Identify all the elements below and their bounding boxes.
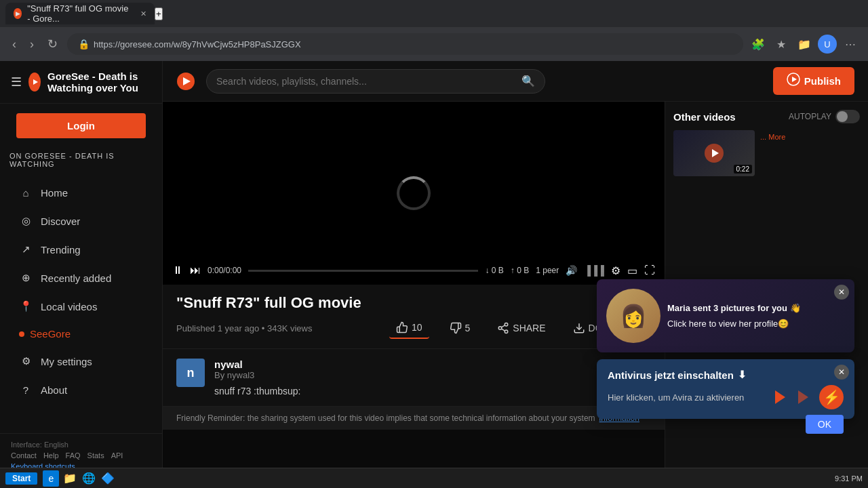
logo-text: GoreSee - Death is Watching over You xyxy=(47,70,151,94)
tab-close-icon[interactable]: ✕ xyxy=(140,9,146,18)
video-title: "Snuff R73" full OG movie xyxy=(176,294,651,312)
browser-nav-icons: 🧩 ★ 📁 U ⋯ xyxy=(749,35,860,54)
video-controls: ⏸ ⏭ 0:00/0:00 ↓ 0 B ↑ 0 B 1 peer 🔊 ▐▐▐ ⚙… xyxy=(163,256,665,285)
dot-separator: • xyxy=(262,323,265,333)
back-button[interactable]: ‹ xyxy=(8,35,20,54)
author-name[interactable]: nywal xyxy=(214,359,651,370)
sidebar-item-local-videos[interactable]: 📍 Local videos xyxy=(5,293,157,320)
discover-icon: ◎ xyxy=(19,214,33,228)
logo-icon xyxy=(28,73,41,92)
pause-button[interactable]: ⏸ xyxy=(172,264,183,277)
taskbar: Start e 📁 🌐 🔷 9:31 PM xyxy=(0,468,868,488)
sidebar-item-discover[interactable]: ◎ Discover xyxy=(5,207,157,235)
forward-button[interactable]: › xyxy=(26,35,38,54)
progress-bar[interactable] xyxy=(248,270,478,272)
share-button[interactable]: SHARE xyxy=(490,318,552,338)
address-bar[interactable]: 🔒 https://goresee.com/w/8y7hVwCjw5zHP8Pa… xyxy=(67,33,743,55)
popup-close-1[interactable]: ✕ xyxy=(834,285,849,300)
svg-point-7 xyxy=(499,327,502,330)
popup-ok-button[interactable]: OK xyxy=(806,415,844,434)
popup-ad-1[interactable]: 👩 Maria sent 3 pictures for you 👋 Click … xyxy=(597,279,854,352)
settings-icon: ⚙ xyxy=(19,354,33,368)
fullscreen-button[interactable]: ⛶ xyxy=(644,264,655,277)
author-handle: By nywal3 xyxy=(214,370,651,380)
popup-subtitle-1: Click here to view her profile😊 xyxy=(667,317,845,331)
sidebar-header: ☰ GoreSee - Death is Watching over You xyxy=(0,61,162,104)
start-button[interactable]: Start xyxy=(5,472,37,485)
sidebar-item-settings[interactable]: ⚙ My settings xyxy=(5,348,157,375)
popup-2-title-text: Antivirus jetzt einschalten xyxy=(608,369,734,381)
popup-ad-2[interactable]: ✕ Antivirus jetzt einschalten ⬇ Hier kli… xyxy=(597,359,854,419)
browser-nav: ‹ › ↻ 🔒 https://goresee.com/w/8y7hVwCjw5… xyxy=(0,27,868,61)
reminder-bar: Friendly Reminder: the sharing system us… xyxy=(163,406,665,430)
taskbar-edge-icon[interactable]: 🔷 xyxy=(100,470,116,487)
sidebar: ☰ GoreSee - Death is Watching over You L… xyxy=(0,61,163,488)
more-options-icon[interactable]: ⋯ xyxy=(841,35,860,54)
login-button[interactable]: Login xyxy=(16,113,146,138)
svg-point-6 xyxy=(505,323,509,327)
sidebar-item-about[interactable]: ? About xyxy=(5,376,157,403)
autoplay-container: AUTOPLAY xyxy=(789,110,860,123)
popup-text-1: Maria sent 3 pictures for you 👋 Click he… xyxy=(667,302,845,331)
local-videos-icon: 📍 xyxy=(19,300,33,313)
publish-button[interactable]: Publish xyxy=(773,67,854,95)
autoplay-toggle[interactable] xyxy=(835,110,860,123)
thumb-more[interactable]: ... More xyxy=(760,133,785,141)
video-player[interactable]: ⏸ ⏭ 0:00/0:00 ↓ 0 B ↑ 0 B 1 peer 🔊 ▐▐▐ ⚙… xyxy=(163,102,665,285)
footer-help[interactable]: Help xyxy=(43,451,59,460)
chrome-icon: 🌐 xyxy=(82,472,96,485)
edge-icon: 🔷 xyxy=(101,472,115,485)
hamburger-icon[interactable]: ☰ xyxy=(11,75,22,89)
search-input[interactable] xyxy=(216,76,521,87)
loading-spinner xyxy=(397,176,431,210)
sidebar-item-recently-added-label: Recently added xyxy=(41,272,111,284)
sidebar-item-trending[interactable]: ↗ Trending xyxy=(5,236,157,263)
sidebar-item-about-label: About xyxy=(41,384,67,396)
sidebar-item-home[interactable]: ⌂ Home xyxy=(5,179,157,206)
like-button[interactable]: 10 xyxy=(389,317,429,339)
thumbnail-item[interactable]: 0:22 ... More xyxy=(673,130,860,176)
autoplay-label: AUTOPLAY xyxy=(789,112,831,121)
favorites-icon[interactable]: ★ xyxy=(772,35,791,54)
extensions-icon[interactable]: 🧩 xyxy=(749,35,768,54)
tab-favicon: ▶ xyxy=(14,8,22,19)
sidebar-item-discover-label: Discover xyxy=(41,216,80,227)
next-button[interactable]: ⏭ xyxy=(190,264,201,277)
sidebar-nav: ⌂ Home ◎ Discover ↗ Trending ⊕ Recently … xyxy=(0,172,162,433)
taskbar-folder-icon[interactable]: 📁 xyxy=(62,470,78,487)
video-info: "Snuff R73" full OG movie Published 1 ye… xyxy=(163,285,665,349)
taskbar-ie-icon[interactable]: e xyxy=(43,470,59,487)
footer-stats[interactable]: Stats xyxy=(87,451,104,460)
profile-avatar[interactable]: U xyxy=(818,35,837,54)
video-meta-left: Published 1 year ago • 343K views xyxy=(176,323,312,333)
settings-button[interactable]: ⚙ xyxy=(611,264,620,277)
video-meta: Published 1 year ago • 343K views 10 xyxy=(176,317,651,339)
footer-faq[interactable]: FAQ xyxy=(66,451,81,460)
theatre-mode-button[interactable]: ▭ xyxy=(627,264,637,277)
svg-point-8 xyxy=(505,330,509,333)
popup-2-title: Antivirus jetzt einschalten ⬇ xyxy=(608,369,844,381)
thumbnail-image: 0:22 xyxy=(673,130,755,176)
taskbar-chrome-icon[interactable]: 🌐 xyxy=(81,470,97,487)
publish-icon xyxy=(787,73,800,89)
dislike-button[interactable]: 5 xyxy=(443,318,477,338)
footer-api[interactable]: API xyxy=(111,451,123,460)
new-tab-button[interactable]: + xyxy=(155,7,163,20)
svg-marker-15 xyxy=(798,390,808,404)
collections-icon[interactable]: 📁 xyxy=(795,35,814,54)
author-avatar: n xyxy=(176,359,205,387)
active-tab[interactable]: ▶ "Snuff R73" full OG movie - Gore... ✕ xyxy=(5,3,155,24)
share-icon xyxy=(497,322,509,334)
popup-close-2[interactable]: ✕ xyxy=(834,365,849,380)
footer-contact[interactable]: Contact xyxy=(11,451,37,460)
home-icon: ⌂ xyxy=(19,186,33,199)
sidebar-item-settings-label: My settings xyxy=(41,356,92,367)
sidebar-item-trending-label: Trending xyxy=(41,244,81,256)
refresh-button[interactable]: ↻ xyxy=(43,34,62,54)
volume-button[interactable]: 🔊 xyxy=(566,265,577,276)
sidebar-item-recently-added[interactable]: ⊕ Recently added xyxy=(5,264,157,291)
lock-icon: 🔒 xyxy=(78,39,90,49)
search-button[interactable]: 🔍 xyxy=(521,75,535,87)
trending-icon: ↗ xyxy=(19,243,33,256)
sidebar-item-seegore[interactable]: SeeGore xyxy=(5,321,157,346)
